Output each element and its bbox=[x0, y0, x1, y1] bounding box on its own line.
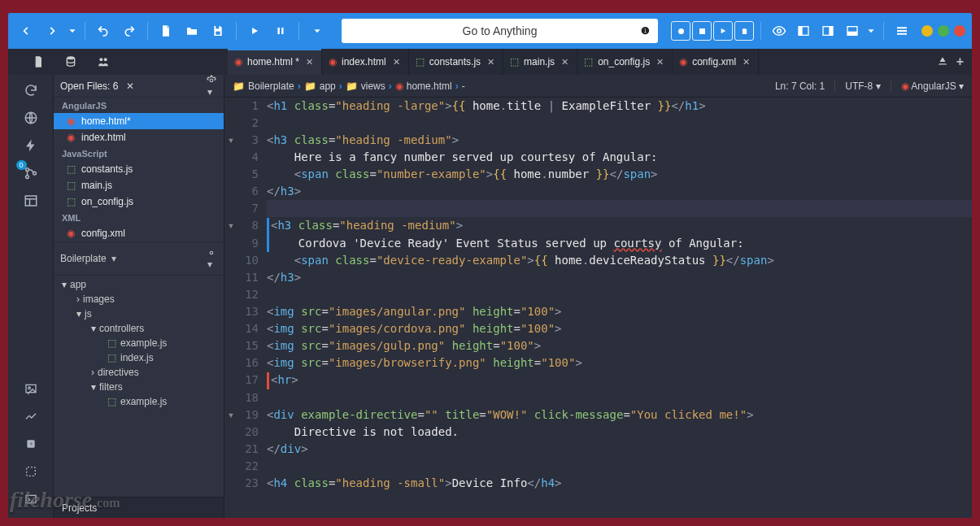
code-line[interactable]: <img src="images/browserify.png" height=… bbox=[267, 354, 972, 372]
project-header[interactable]: Boilerplate ▾ ▾ bbox=[54, 241, 224, 276]
file-onconfig-js[interactable]: ⬚on_config.js bbox=[54, 193, 224, 210]
code-line[interactable]: Here is a fancy number served up courtes… bbox=[267, 149, 972, 166]
file-constants-js[interactable]: ⬚constants.js bbox=[54, 161, 224, 177]
tab-index-html[interactable]: ◉index.html✕ bbox=[322, 49, 409, 75]
run-dropdown[interactable] bbox=[306, 20, 329, 42]
rail-chart-icon[interactable] bbox=[15, 406, 47, 427]
tree-images[interactable]: ›images bbox=[54, 292, 224, 306]
code-line[interactable]: </h3> bbox=[267, 269, 972, 286]
play-button[interactable] bbox=[243, 20, 266, 42]
code-line[interactable] bbox=[267, 286, 972, 303]
nav-back-button[interactable] bbox=[15, 20, 37, 42]
code-line[interactable] bbox=[267, 389, 972, 406]
tree-js[interactable]: ▾js bbox=[54, 306, 224, 321]
file-home-html[interactable]: ◉home.html* bbox=[54, 113, 224, 129]
tree-directives[interactable]: ›directives bbox=[54, 365, 224, 380]
code-editor[interactable]: 1<h1 class="heading -large">{{ home.titl… bbox=[224, 98, 972, 518]
nav-forward-button[interactable] bbox=[41, 20, 63, 42]
fold-toggle[interactable]: ▾ bbox=[224, 132, 237, 149]
rail-console-icon[interactable] bbox=[15, 489, 47, 510]
nav-history-dropdown[interactable] bbox=[67, 20, 78, 42]
rail-regex-icon[interactable] bbox=[15, 461, 47, 482]
focus-mode-button[interactable] bbox=[768, 20, 791, 42]
record-macro-button[interactable] bbox=[671, 21, 690, 41]
notifications-icon[interactable] bbox=[937, 56, 948, 67]
redo-button[interactable] bbox=[118, 20, 141, 42]
code-line[interactable]: </h3> bbox=[267, 183, 972, 200]
file-index-html[interactable]: ◉index.html bbox=[54, 129, 224, 146]
pause-button[interactable] bbox=[269, 20, 292, 42]
rail-snippet-icon[interactable]: ＊ bbox=[15, 433, 47, 454]
code-line[interactable]: <h3 class="heading -medium"> bbox=[267, 132, 972, 149]
rail-sync-icon[interactable] bbox=[15, 80, 47, 101]
tree-index-js[interactable]: ⬚index.js bbox=[54, 350, 224, 365]
save-macro-button[interactable] bbox=[734, 21, 754, 41]
tree-filters[interactable]: ▾filters bbox=[54, 380, 224, 394]
save-button[interactable] bbox=[207, 20, 229, 42]
tab-close[interactable]: ✕ bbox=[487, 57, 494, 67]
tab-close[interactable]: ✕ bbox=[561, 57, 568, 67]
tab-config-xml[interactable]: ◉config.xml✕ bbox=[673, 49, 759, 75]
code-line[interactable]: <div example-directive="" title="WOW!" c… bbox=[267, 406, 972, 424]
crumb-file[interactable]: ◉ home.html bbox=[395, 80, 452, 92]
code-line[interactable]: Directive is not loaded. bbox=[267, 424, 972, 441]
pane-dropdown[interactable] bbox=[865, 20, 877, 42]
crumb-app[interactable]: 📁 app bbox=[304, 80, 336, 92]
rail-image-icon[interactable] bbox=[15, 378, 47, 399]
open-files-gear-icon[interactable]: ▾ bbox=[206, 75, 217, 98]
file-config-xml[interactable]: ◉config.xml bbox=[54, 225, 224, 241]
undo-button[interactable] bbox=[92, 20, 115, 42]
new-file-button[interactable] bbox=[155, 20, 177, 42]
file-main-js[interactable]: ⬚main.js bbox=[54, 177, 224, 193]
tab-main-js[interactable]: ⬚main.js✕ bbox=[503, 49, 577, 75]
pane-right-button[interactable] bbox=[817, 20, 839, 42]
tab-home-html-[interactable]: ◉home.html *✕ bbox=[228, 49, 322, 75]
code-line[interactable]: <span class="number-example">{{ home.num… bbox=[267, 166, 972, 183]
project-gear-icon[interactable]: ▾ bbox=[206, 247, 217, 270]
code-line[interactable]: <h3 class="heading -medium"> bbox=[267, 217, 972, 235]
code-line[interactable] bbox=[267, 115, 972, 132]
code-line[interactable]: <h4 class="heading -small">Device Info</… bbox=[267, 475, 972, 492]
menu-button[interactable] bbox=[891, 20, 913, 42]
tree-example-js-2[interactable]: ⬚example.js bbox=[54, 394, 224, 409]
rail-layout-icon[interactable] bbox=[15, 190, 47, 211]
crumb-root[interactable]: 📁 Boilerplate bbox=[233, 80, 294, 92]
goto-anything-input[interactable]: Go to Anything ❶ bbox=[342, 19, 658, 43]
rail-flash-icon[interactable] bbox=[15, 135, 47, 156]
window-close-button[interactable] bbox=[954, 25, 965, 37]
stop-macro-button[interactable] bbox=[692, 21, 712, 41]
tab-close[interactable]: ✕ bbox=[393, 57, 400, 67]
code-line[interactable]: <hr> bbox=[267, 372, 972, 389]
open-folder-button[interactable] bbox=[181, 20, 203, 42]
window-minimize-button[interactable] bbox=[921, 25, 933, 37]
tree-controllers[interactable]: ▾controllers bbox=[54, 321, 224, 336]
code-line[interactable]: <img src="images/cordova.png" height="10… bbox=[267, 320, 972, 337]
open-files-close[interactable]: ✕ bbox=[126, 80, 134, 92]
fold-toggle[interactable]: ▾ bbox=[224, 406, 237, 424]
projects-footer[interactable]: Projects bbox=[54, 497, 224, 518]
tab-close[interactable]: ✕ bbox=[743, 57, 750, 67]
pane-left-button[interactable] bbox=[792, 20, 815, 42]
tree-example-js[interactable]: ⬚example.js bbox=[54, 336, 224, 350]
rail-globe-icon[interactable] bbox=[15, 107, 47, 128]
rail-vcs-icon[interactable]: 0 bbox=[15, 163, 47, 184]
encoding-selector[interactable]: UTF-8 ▾ bbox=[845, 80, 880, 92]
code-line[interactable]: <img src="images/angular.png" height="10… bbox=[267, 303, 972, 320]
cursor-position[interactable]: Ln: 7 Col: 1 bbox=[775, 80, 825, 92]
sidebar-collab-icon[interactable] bbox=[96, 54, 111, 69]
tab-close[interactable]: ✕ bbox=[656, 57, 664, 67]
code-line[interactable] bbox=[267, 200, 972, 217]
code-line[interactable] bbox=[267, 458, 972, 475]
tab-close[interactable]: ✕ bbox=[306, 57, 313, 67]
play-macro-button[interactable] bbox=[713, 21, 733, 41]
sidebar-files-icon[interactable] bbox=[31, 54, 46, 69]
tab-on-config-js[interactable]: ⬚on_config.js✕ bbox=[577, 49, 673, 75]
code-line[interactable]: <span class="device-ready-example">{{ ho… bbox=[267, 252, 972, 269]
code-line[interactable]: Cordova 'Device Ready' Event Status serv… bbox=[267, 235, 972, 253]
fold-toggle[interactable]: ▾ bbox=[224, 217, 237, 235]
window-maximize-button[interactable] bbox=[938, 25, 949, 37]
code-line[interactable]: <h1 class="heading -large">{{ home.title… bbox=[267, 98, 972, 115]
tree-app[interactable]: ▾app bbox=[54, 277, 224, 292]
sidebar-db-icon[interactable] bbox=[63, 54, 78, 69]
crumb-views[interactable]: 📁 views bbox=[346, 80, 385, 92]
